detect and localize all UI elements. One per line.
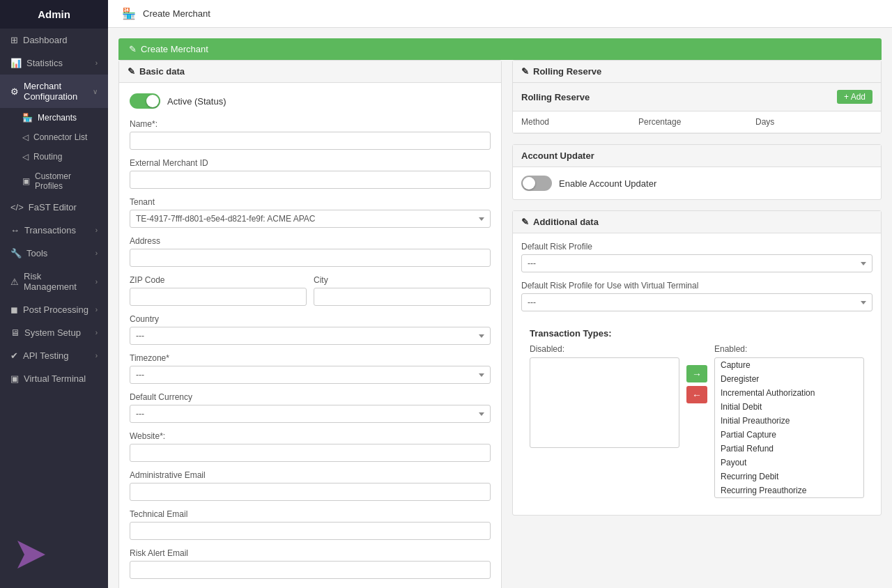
sidebar-subitem-customer-profiles[interactable]: ▣ Customer Profiles xyxy=(0,167,108,196)
txn-capture[interactable]: Capture xyxy=(715,358,863,372)
sidebar-item-risk-management[interactable]: ⚠ Risk Management › xyxy=(0,265,108,298)
add-txn-button[interactable]: → xyxy=(686,365,707,382)
left-column: ✎ Basic data Active (Status) Name*: xyxy=(118,60,502,588)
additional-data-icon: ✎ xyxy=(521,217,529,227)
external-id-label: External Merchant ID xyxy=(130,158,491,168)
api-testing-icon: ✔ xyxy=(10,350,18,361)
default-risk-group: Default Risk Profile --- xyxy=(521,242,872,272)
disabled-list[interactable] xyxy=(530,357,679,448)
risk-email-label: Risk Alert Email xyxy=(130,548,491,558)
txn-types-row: Disabled: → ← Enabled: xyxy=(530,344,864,498)
default-risk-vt-group: Default Risk Profile for Use with Virtua… xyxy=(521,281,872,311)
chevron-icon: › xyxy=(95,278,98,286)
risk-email-group: Risk Alert Email xyxy=(130,548,491,579)
country-label: Country xyxy=(130,314,491,324)
main-content: 🏪 Create Merchant ✎ Create Merchant ✎ Ba… xyxy=(108,0,892,588)
account-updater-toggle[interactable] xyxy=(521,176,552,191)
chevron-icon: › xyxy=(95,306,98,314)
sidebar-item-statistics[interactable]: 📊 Statistics › xyxy=(0,52,108,75)
rolling-inner-header: Rolling Reserve + Add xyxy=(513,83,881,111)
name-label: Name*: xyxy=(130,119,491,129)
sidebar-item-tools[interactable]: 🔧 Tools › xyxy=(0,242,108,265)
sidebar-item-label: Statistics xyxy=(26,58,63,68)
merchant-config-submenu: 🏪 Merchants ◁ Connector List ◁ Routing ▣… xyxy=(0,108,108,196)
website-group: Website*: xyxy=(130,431,491,462)
timezone-group: Timezone* --- xyxy=(130,353,491,384)
disabled-column: Disabled: xyxy=(530,344,679,448)
sidebar-item-dashboard[interactable]: ⊞ Dashboard xyxy=(0,29,108,52)
bar-label: Create Merchant xyxy=(141,44,208,54)
txn-partial-capture[interactable]: Partial Capture xyxy=(715,428,863,442)
sidebar-item-api-testing[interactable]: ✔ API Testing › xyxy=(0,344,108,367)
chevron-icon: › xyxy=(95,226,98,234)
page-title: Create Merchant xyxy=(143,8,210,19)
sidebar-item-label: API Testing xyxy=(23,350,69,361)
txn-recurring-preauth[interactable]: Recurring Preauthorize xyxy=(715,483,863,497)
city-input[interactable] xyxy=(314,288,491,306)
tech-email-group: Technical Email xyxy=(130,509,491,540)
toggle-knob xyxy=(523,177,535,189)
sub-item-label: Connector List xyxy=(33,132,87,142)
name-field-group: Name*: xyxy=(130,119,491,150)
txn-payout[interactable]: Payout xyxy=(715,456,863,470)
tenant-label: Tenant xyxy=(130,197,491,207)
tenant-group: Tenant TE-4917-7fff-d801-e5e4-d821-fe9f:… xyxy=(130,197,491,228)
chevron-icon: › xyxy=(95,59,98,67)
sidebar-item-merchant-config[interactable]: ⚙ Merchant Configuration ∨ xyxy=(0,75,108,108)
virtual-terminal-icon: ▣ xyxy=(10,373,19,384)
default-risk-vt-label: Default Risk Profile for Use with Virtua… xyxy=(521,281,872,291)
page-header: 🏪 Create Merchant xyxy=(108,0,892,28)
zip-input[interactable] xyxy=(130,288,307,306)
rolling-reserve-header: ✎ Rolling Reserve xyxy=(513,61,881,83)
country-select[interactable]: --- xyxy=(130,327,491,345)
create-merchant-bar: ✎ Create Merchant xyxy=(118,38,882,60)
sidebar-item-system-setup[interactable]: 🖥 System Setup › xyxy=(0,321,108,344)
add-rolling-reserve-button[interactable]: + Add xyxy=(837,90,872,104)
txn-initial-debit[interactable]: Initial Debit xyxy=(715,400,863,414)
txn-initial-preauth[interactable]: Initial Preauthorize xyxy=(715,414,863,428)
txn-deregister[interactable]: Deregister xyxy=(715,372,863,386)
tech-email-input[interactable] xyxy=(130,522,491,540)
chevron-icon: › xyxy=(95,249,98,257)
default-risk-vt-select[interactable]: --- xyxy=(521,293,872,311)
sidebar-subitem-merchants[interactable]: 🏪 Merchants xyxy=(0,108,108,127)
currency-select[interactable]: --- xyxy=(130,405,491,423)
disabled-label: Disabled: xyxy=(530,344,679,354)
chevron-icon: › xyxy=(95,352,98,359)
name-input[interactable] xyxy=(130,132,491,150)
txn-recurring-debit[interactable]: Recurring Debit xyxy=(715,470,863,483)
sidebar-subitem-connector-list[interactable]: ◁ Connector List xyxy=(0,127,108,147)
rolling-columns: Method Percentage Days xyxy=(513,111,881,133)
tenant-select[interactable]: TE-4917-7fff-d801-e5e4-d821-fe9f: ACME A… xyxy=(130,210,491,228)
admin-email-label: Administrative Email xyxy=(130,470,491,480)
currency-label: Default Currency xyxy=(130,392,491,402)
enabled-list[interactable]: Capture Deregister Incremental Authoriza… xyxy=(714,357,864,498)
sidebar-item-label: Dashboard xyxy=(23,35,68,45)
edit-icon-small: ✎ xyxy=(128,66,135,77)
address-input[interactable] xyxy=(130,249,491,267)
additional-data-header: ✎ Additional data xyxy=(513,211,881,233)
sidebar-item-post-processing[interactable]: ◼ Post Processing › xyxy=(0,298,108,321)
risk-email-input[interactable] xyxy=(130,561,491,579)
txn-incremental-auth[interactable]: Incremental Authorization xyxy=(715,386,863,400)
txn-partial-refund[interactable]: Partial Refund xyxy=(715,442,863,456)
tech-email-label: Technical Email xyxy=(130,509,491,519)
rolling-reserve-title: Rolling Reserve xyxy=(533,66,601,77)
sidebar-item-virtual-terminal[interactable]: ▣ Virtual Terminal xyxy=(0,367,108,390)
rolling-reserve-body: Rolling Reserve + Add Method Percentage … xyxy=(513,83,881,133)
basic-data-title: Basic data xyxy=(139,66,185,77)
active-status-toggle[interactable] xyxy=(130,93,160,109)
timezone-select[interactable]: --- xyxy=(130,366,491,384)
sidebar-item-transactions[interactable]: ↔ Transactions › xyxy=(0,219,108,242)
sidebar-item-fast-editor[interactable]: </> FaST Editor xyxy=(0,196,108,219)
basic-data-header: ✎ Basic data xyxy=(119,61,501,83)
additional-data-body: Default Risk Profile --- Default Risk Pr… xyxy=(513,233,881,515)
remove-txn-button[interactable]: ← xyxy=(686,386,707,403)
txn-types-title: Transaction Types: xyxy=(530,328,864,339)
default-risk-select[interactable]: --- xyxy=(521,254,872,272)
two-column-layout: ✎ Basic data Active (Status) Name*: xyxy=(118,60,882,588)
sidebar-subitem-routing[interactable]: ◁ Routing xyxy=(0,147,108,167)
external-id-input[interactable] xyxy=(130,171,491,189)
website-input[interactable] xyxy=(130,444,491,462)
admin-email-input[interactable] xyxy=(130,483,491,501)
